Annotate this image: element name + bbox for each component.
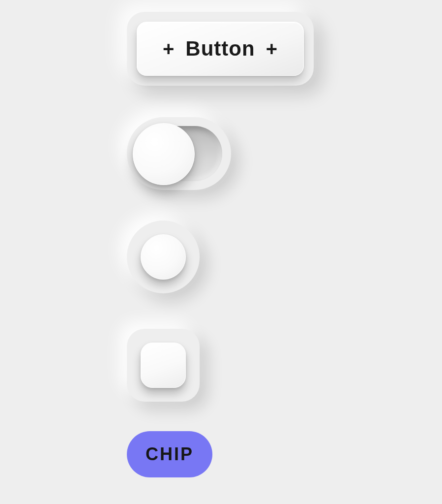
toggle-base — [127, 117, 231, 190]
button-label: Button — [185, 37, 255, 61]
chip-label: CHIP — [146, 444, 194, 465]
checkbox[interactable] — [127, 329, 200, 402]
primary-button[interactable]: + Button + — [137, 22, 304, 76]
radio-knob — [141, 234, 186, 280]
plus-icon: + — [163, 39, 175, 59]
button-base: + Button + — [127, 12, 314, 86]
toggle-switch[interactable] — [136, 126, 222, 181]
neumorphic-components-canvas: + Button + CHIP — [0, 0, 442, 504]
plus-icon: + — [266, 39, 278, 59]
radio-button[interactable] — [127, 220, 200, 293]
chip[interactable]: CHIP — [127, 431, 212, 477]
checkbox-knob — [141, 343, 186, 388]
toggle-knob — [133, 123, 195, 185]
